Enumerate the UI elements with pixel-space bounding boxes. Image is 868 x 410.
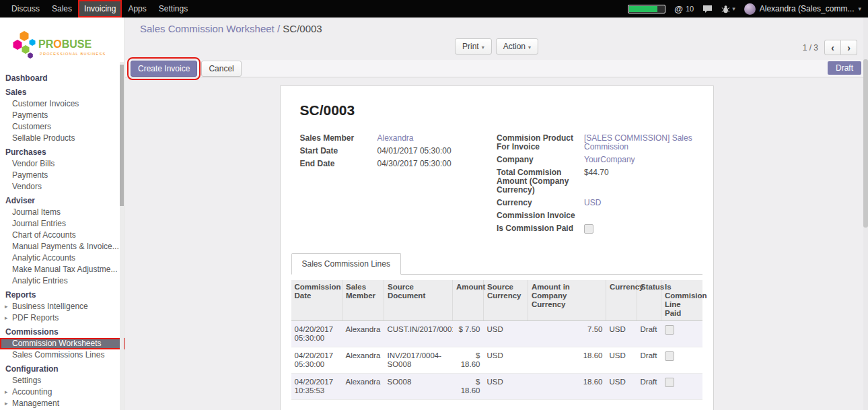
sidebar-item-journal-entries[interactable]: Journal Entries bbox=[0, 218, 124, 230]
column-header-source-currency[interactable]: Source Currency bbox=[484, 280, 528, 321]
sidebar-section-dashboard[interactable]: Dashboard bbox=[0, 73, 124, 84]
sidebar-item-business-intelligence[interactable]: ▸Business Intelligence bbox=[0, 301, 124, 312]
activities-menu[interactable]: @ 10 bbox=[674, 4, 694, 14]
currency-link[interactable]: USD bbox=[584, 198, 601, 207]
cell-amount: $ 18.60 bbox=[453, 374, 484, 400]
main-scrollbar-thumb[interactable] bbox=[863, 59, 868, 228]
main-scrollbar[interactable] bbox=[863, 18, 868, 410]
sidebar-item-label: Accounting bbox=[12, 387, 52, 397]
sidebar-item-chart-of-accounts[interactable]: Chart of Accounts bbox=[0, 230, 124, 241]
notebook: Sales Commission Lines Commission Date S… bbox=[291, 253, 702, 410]
logo-subtitle: PROFESSIONAL BUSINESS bbox=[40, 52, 106, 56]
table-row[interactable]: 04/20/2017 05:30:00 Alexandra INV/2017/0… bbox=[291, 347, 702, 374]
chevron-down-icon: ▾ bbox=[482, 44, 484, 50]
menu-invoicing[interactable]: Invoicing bbox=[78, 0, 122, 18]
company-link[interactable]: YourCompany bbox=[584, 155, 635, 164]
breadcrumb-parent-link[interactable]: Sales Commission Worksheet bbox=[140, 23, 275, 34]
sidebar-item-payments-purchases[interactable]: Payments bbox=[0, 170, 124, 181]
sidebar-item-vendors[interactable]: Vendors bbox=[0, 181, 124, 193]
sidebar-section-commissions[interactable]: Commissions bbox=[0, 327, 124, 338]
cell-amount-company: 7.50 bbox=[528, 321, 606, 347]
cancel-button[interactable]: Cancel bbox=[201, 61, 241, 77]
menu-sales[interactable]: Sales bbox=[46, 0, 78, 18]
sidebar-item-management[interactable]: ▸Management bbox=[0, 398, 124, 409]
table-row[interactable]: 04/20/2017 05:30:00 Alexandra CUST.IN/20… bbox=[291, 321, 702, 347]
line-paid-checkbox bbox=[665, 351, 674, 361]
debug-menu[interactable]: ▾ bbox=[721, 5, 735, 13]
sidebar-item-tax-adjustments[interactable]: Make Manual Tax Adjustme... bbox=[0, 264, 124, 275]
create-invoice-button[interactable]: Create Invoice bbox=[131, 61, 197, 77]
field-groups: Sales Member Alexandra Start Date 04/01/… bbox=[291, 133, 702, 237]
sidebar-item-analytic-entries[interactable]: Analytic Entries bbox=[0, 275, 124, 287]
sidebar-item-analytic-accounts[interactable]: Analytic Accounts bbox=[0, 252, 124, 264]
sidebar-item-sales-commissions-lines[interactable]: Sales Commissions Lines bbox=[0, 349, 124, 361]
topbar-right-cluster: @ 10 ▾ Alexandra (Sales_comm... ▾ bbox=[628, 3, 868, 15]
cell-currency: USD bbox=[606, 374, 637, 400]
sidebar-item-vendor-bills[interactable]: Vendor Bills bbox=[0, 158, 124, 170]
sidebar-section-sales[interactable]: Sales bbox=[0, 87, 124, 98]
expand-arrow-icon: ▸ bbox=[5, 314, 8, 322]
column-header-commission-date[interactable]: Commission Date bbox=[291, 280, 342, 321]
sidebar-section-purchases[interactable]: Purchases bbox=[0, 147, 124, 158]
pager-next-button[interactable]: › bbox=[841, 40, 857, 55]
sidebar-item-sellable-products[interactable]: Sellable Products bbox=[0, 133, 124, 144]
field-end-date: End Date 04/30/2017 05:30:00 bbox=[300, 159, 497, 168]
sidebar-section-reports[interactable]: Reports bbox=[0, 289, 124, 301]
sidebar-item-journal-items[interactable]: Journal Items bbox=[0, 207, 124, 218]
cell-line-paid bbox=[661, 374, 702, 400]
field-label: Company bbox=[497, 155, 584, 164]
pager-previous-button[interactable]: ‹ bbox=[824, 40, 841, 55]
cell-currency: USD bbox=[606, 321, 637, 347]
sidebar-section-configuration[interactable]: Configuration bbox=[0, 364, 124, 375]
sidebar-item-payments[interactable]: Payments bbox=[0, 110, 124, 121]
menu-discuss[interactable]: Discuss bbox=[5, 0, 46, 18]
user-menu[interactable]: Alexandra (Sales_comm... ▾ bbox=[744, 3, 861, 15]
field-company: Company YourCompany bbox=[497, 155, 694, 164]
menu-apps[interactable]: Apps bbox=[122, 0, 152, 18]
cell-commission-date: 04/20/2017 10:35:53 bbox=[291, 374, 342, 400]
messages-button[interactable] bbox=[702, 5, 713, 13]
start-date-value: 04/01/2017 05:30:00 bbox=[377, 146, 451, 156]
print-button[interactable]: Print▾ bbox=[455, 38, 492, 55]
user-name: Alexandra (Sales_comm... bbox=[760, 4, 855, 13]
chevron-down-icon: ▾ bbox=[858, 5, 861, 12]
table-row[interactable]: 04/20/2017 10:35:53 Alexandra SO008 $ 18… bbox=[291, 374, 702, 400]
column-header-status[interactable]: Status bbox=[637, 280, 661, 321]
record-title: SC/0003 bbox=[300, 102, 702, 118]
sidebar-scrollbar-thumb[interactable] bbox=[120, 65, 124, 206]
sidebar-item-customers[interactable]: Customers bbox=[0, 121, 124, 133]
commission-product-link[interactable]: [SALES COMMISSION] Sales Commission bbox=[584, 133, 692, 151]
cell-sales-member: Alexandra bbox=[342, 374, 384, 400]
column-header-sales-member[interactable]: Sales Member bbox=[342, 280, 384, 321]
cell-sales-member: Alexandra bbox=[342, 347, 384, 374]
control-panel-buttons: Print▾ Action▾ 1 / 3 ‹ › bbox=[125, 38, 868, 56]
column-header-amount-company-currency[interactable]: Amount in Company Currency bbox=[528, 280, 606, 321]
field-label: End Date bbox=[300, 159, 377, 168]
breadcrumb-separator: / bbox=[277, 23, 280, 34]
cell-source-document: CUST.IN/2017/0001 bbox=[384, 321, 453, 347]
sidebar-item-commission-worksheets[interactable]: Commission Worksheets bbox=[0, 338, 124, 349]
sidebar-section-adviser[interactable]: Adviser bbox=[0, 195, 124, 207]
battery-indicator[interactable] bbox=[628, 5, 665, 13]
column-header-source-document[interactable]: Source Document bbox=[384, 280, 453, 321]
column-header-is-commission-line-paid[interactable]: Is Commision Line Paid bbox=[661, 280, 702, 321]
column-header-amount[interactable]: Amount bbox=[453, 280, 484, 321]
menu-settings[interactable]: Settings bbox=[153, 0, 194, 18]
sidebar-item-customer-invoices[interactable]: Customer Invoices bbox=[0, 98, 124, 110]
sidebar-scrollbar[interactable] bbox=[120, 62, 124, 410]
cell-currency: USD bbox=[606, 347, 637, 374]
field-currency: Currency USD bbox=[497, 198, 694, 207]
sidebar-item-accounting[interactable]: ▸Accounting bbox=[0, 386, 124, 398]
sidebar-item-settings[interactable]: Settings bbox=[0, 375, 124, 386]
sidebar-item-pdf-reports[interactable]: ▸PDF Reports bbox=[0, 312, 124, 324]
sidebar: PROBUSE PROFESSIONAL BUSINESS Dashboard … bbox=[0, 18, 125, 410]
cell-status: Draft bbox=[637, 374, 661, 400]
action-button[interactable]: Action▾ bbox=[496, 38, 538, 55]
column-header-currency[interactable]: Currency bbox=[606, 280, 637, 321]
field-group-left: Sales Member Alexandra Start Date 04/01/… bbox=[300, 133, 497, 237]
tab-sales-commission-lines[interactable]: Sales Commission Lines bbox=[291, 253, 401, 275]
table-header-row: Commission Date Sales Member Source Docu… bbox=[291, 280, 702, 321]
sales-member-link[interactable]: Alexandra bbox=[377, 133, 414, 143]
svg-text:PROBUSE: PROBUSE bbox=[38, 38, 92, 50]
sidebar-item-manual-payments[interactable]: Manual Payments & Invoice... bbox=[0, 241, 124, 252]
